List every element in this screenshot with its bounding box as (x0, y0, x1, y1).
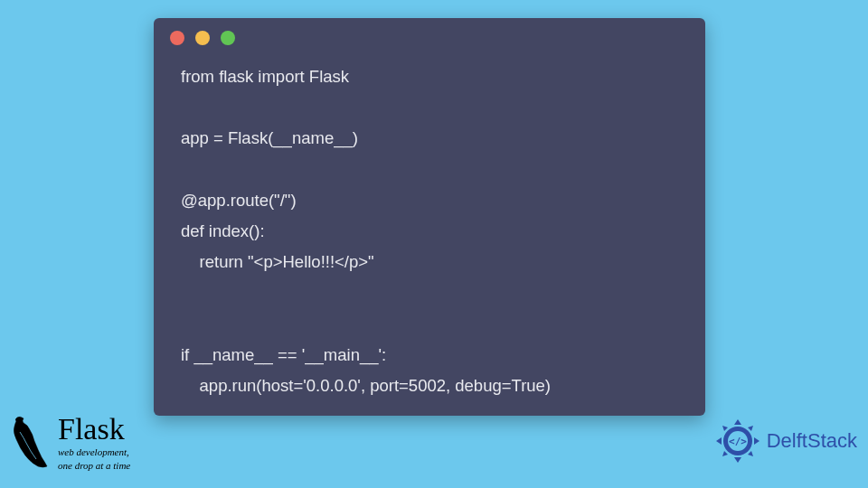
flask-subtitle-2: one drop at a time (58, 460, 130, 472)
flask-title: Flask (58, 414, 130, 445)
minimize-icon (195, 31, 210, 45)
svg-marker-6 (722, 451, 728, 456)
svg-marker-4 (722, 426, 728, 431)
code-content: from flask import Flask app = Flask(__na… (154, 52, 705, 419)
flask-horn-icon (7, 416, 49, 470)
svg-marker-5 (748, 426, 753, 431)
svg-text:</>: </> (729, 436, 747, 447)
flask-text: Flask web development, one drop at a tim… (58, 414, 130, 472)
delftstack-text: DelftStack (767, 429, 857, 453)
maximize-icon (221, 31, 235, 45)
delftstack-gear-icon: </> (714, 418, 761, 465)
flask-subtitle-1: web development, (58, 446, 130, 458)
window-controls (154, 18, 705, 52)
flask-logo: Flask web development, one drop at a tim… (7, 414, 130, 472)
svg-marker-3 (754, 437, 760, 445)
code-window: from flask import Flask app = Flask(__na… (154, 18, 705, 416)
svg-marker-7 (748, 451, 753, 456)
svg-marker-1 (734, 457, 741, 463)
delftstack-logo: </> DelftStack (714, 418, 857, 465)
svg-marker-2 (716, 437, 722, 445)
svg-marker-0 (734, 419, 741, 425)
close-icon (170, 31, 184, 45)
